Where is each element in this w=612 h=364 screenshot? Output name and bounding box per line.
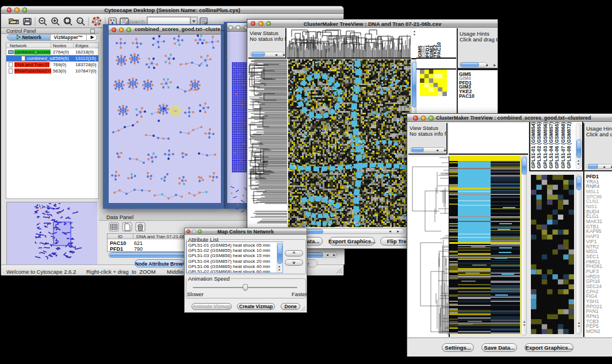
svg-text:Search:: Search: [128, 19, 146, 25]
svg-text:1:1: 1:1 [78, 20, 83, 23]
svg-text:GPL51-03 (GSM856): GPL51-03 (GSM856) [542, 122, 548, 168]
svg-text:GPL51-01 (GSM854): GPL51-01 (GSM854) [530, 122, 536, 168]
svg-text:GPL51-06 (GSM865): GPL51-06 (GSM865) [554, 122, 560, 168]
svg-text:PAC10: PAC10 [436, 42, 442, 58]
svg-text:GPL51-07 (GSM868): GPL51-07 (GSM868) [560, 122, 566, 168]
svg-text:GPL51-02 (GSM855): GPL51-02 (GSM855) [536, 122, 542, 168]
svg-text:GPL51-08 (GSM872): GPL51-08 (GSM872) [566, 122, 572, 168]
svg-text:GPL51-04 (GSM857): GPL51-04 (GSM857) [548, 122, 554, 168]
